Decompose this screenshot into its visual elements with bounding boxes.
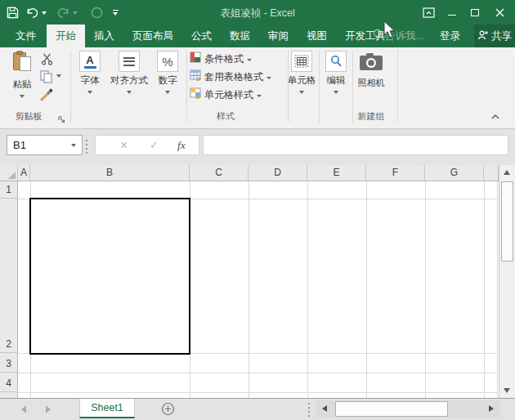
tab-file[interactable]: 文件 (5, 25, 47, 47)
name-box-dropdown-icon[interactable] (71, 144, 76, 147)
maximize-button[interactable] (467, 6, 483, 20)
tab-formulas[interactable]: 公式 (182, 25, 221, 47)
paste-button[interactable]: 粘贴 (5, 51, 39, 98)
number-button[interactable]: % 数字 (152, 51, 183, 94)
editing-label: 编辑 (327, 74, 346, 87)
sheet-tab-bar: Sheet1 (0, 398, 515, 420)
insert-function-icon[interactable]: fx (177, 136, 186, 154)
new-group-label: 新建组 (352, 110, 391, 123)
number-label: 数字 (159, 74, 177, 87)
scroll-down-icon[interactable] (504, 388, 510, 393)
format-as-table-button[interactable]: 套用表格格式 (190, 70, 271, 83)
minimize-button[interactable] (444, 6, 460, 20)
col-header-C[interactable]: C (190, 165, 249, 181)
name-box-value: B1 (13, 139, 26, 151)
camera-icon (359, 52, 383, 74)
vertical-scroll-thumb[interactable] (501, 181, 513, 261)
row-header-1[interactable]: 1 (0, 181, 18, 199)
tab-scroll-splitter[interactable] (308, 403, 310, 404)
alignment-label: 对齐方式 (110, 74, 148, 87)
cut-icon[interactable] (41, 53, 53, 69)
camera-label: 照相机 (358, 77, 385, 89)
formula-bar-splitter[interactable] (86, 140, 87, 141)
col-header-G[interactable]: G (425, 165, 484, 181)
scroll-left-icon[interactable] (322, 405, 327, 412)
formula-input[interactable] (203, 135, 508, 155)
alignment-icon (119, 51, 140, 72)
camera-button[interactable]: 照相机 (353, 51, 389, 89)
alignment-button[interactable]: 对齐方式 (110, 51, 149, 94)
next-sheet-icon[interactable] (46, 405, 51, 413)
scroll-up-icon[interactable] (504, 170, 510, 175)
copy-dropdown-icon[interactable] (56, 74, 61, 78)
cells-label: 单元格 (288, 74, 316, 87)
font-dropdown-icon[interactable] (87, 91, 92, 94)
scroll-right-icon[interactable] (489, 405, 494, 412)
col-header-F[interactable]: F (366, 165, 425, 181)
clipboard-group-label: 剪贴板 (3, 110, 54, 123)
cells-button[interactable]: 单元格 (286, 51, 317, 94)
select-all-corner[interactable] (0, 165, 18, 181)
tab-insert[interactable]: 插入 (85, 25, 123, 47)
paste-dropdown-icon[interactable] (20, 95, 25, 98)
cells-dropdown-icon[interactable] (299, 91, 304, 94)
format-as-table-dropdown-icon[interactable] (266, 77, 271, 79)
row-header-4[interactable]: 4 (0, 373, 18, 392)
collapse-ribbon-icon[interactable] (490, 109, 500, 123)
conditional-formatting-icon (190, 51, 201, 66)
name-box[interactable]: B1 (7, 135, 83, 155)
font-icon: A (79, 51, 101, 72)
new-sheet-button[interactable] (161, 402, 175, 419)
format-as-table-label: 套用表格格式 (204, 70, 263, 84)
worksheet-grid[interactable]: A B C D E F G 1 2 3 4 5 (0, 165, 499, 398)
col-header-A[interactable]: A (18, 165, 30, 181)
formula-bar-row: B1 × ✓ fx (0, 129, 515, 165)
col-header-B[interactable]: B (30, 165, 190, 181)
formula-buttons: × ✓ fx (95, 135, 199, 155)
copy-icon[interactable] (40, 70, 53, 87)
close-button[interactable] (491, 6, 508, 20)
enter-icon: ✓ (150, 136, 159, 154)
sheet-tab-sheet1[interactable]: Sheet1 (79, 399, 135, 418)
cell-styles-button[interactable]: 单元格样式 (190, 88, 262, 101)
cell-styles-dropdown-icon[interactable] (257, 95, 262, 97)
tell-me-box[interactable]: 告诉我... (372, 25, 424, 47)
tab-page-layout[interactable]: 页面布局 (123, 25, 182, 47)
tab-home[interactable]: 开始 (47, 25, 85, 47)
col-header-E[interactable]: E (307, 165, 366, 181)
cell-styles-icon (190, 87, 201, 102)
tab-review[interactable]: 审阅 (259, 25, 298, 47)
share-person-icon (477, 29, 489, 43)
tab-data[interactable]: 数据 (221, 25, 259, 47)
font-button[interactable]: A 字体 (74, 51, 106, 94)
sign-in-button[interactable]: 登录 (440, 25, 460, 47)
row-header-2[interactable]: 2 (0, 199, 18, 353)
excel-window: 表姐凌祯 - Excel 文件 开始 插入 页面布局 公式 数据 审阅 视图 开… (0, 0, 515, 420)
prev-sheet-icon[interactable] (21, 405, 26, 413)
mouse-cursor (383, 20, 397, 43)
conditional-formatting-dropdown-icon[interactable] (247, 59, 252, 61)
cancel-icon: × (120, 136, 128, 154)
row-header-3[interactable]: 3 (0, 353, 18, 373)
font-label: 字体 (81, 74, 100, 87)
editing-button[interactable]: 编辑 (321, 51, 351, 94)
alignment-dropdown-icon[interactable] (127, 91, 132, 94)
cell-styles-label: 单元格样式 (204, 88, 253, 102)
col-header-D[interactable]: D (249, 165, 307, 181)
conditional-formatting-button[interactable]: 条件格式 (190, 52, 252, 65)
clipboard-dialog-launcher-icon[interactable] (58, 112, 65, 127)
share-label: 共享 (491, 29, 512, 43)
share-button[interactable]: 共享 (474, 25, 515, 47)
editing-dropdown-icon[interactable] (334, 91, 338, 94)
format-painter-icon[interactable] (40, 87, 54, 105)
ribbon-tab-row: 文件 开始 插入 页面布局 公式 数据 审阅 视图 开发工具 (0, 25, 515, 47)
tab-view[interactable]: 视图 (298, 25, 336, 47)
ribbon-display-options-icon[interactable] (420, 6, 437, 20)
ribbon: 粘贴 剪贴板 A 字体 (0, 47, 515, 129)
row-header-5[interactable]: 5 (0, 392, 18, 398)
number-icon: % (157, 51, 178, 72)
black-rectangle-shape[interactable] (29, 198, 190, 355)
horizontal-scroll-thumb[interactable] (335, 401, 448, 417)
vertical-scrollbar[interactable] (499, 165, 515, 398)
number-dropdown-icon[interactable] (165, 91, 170, 94)
